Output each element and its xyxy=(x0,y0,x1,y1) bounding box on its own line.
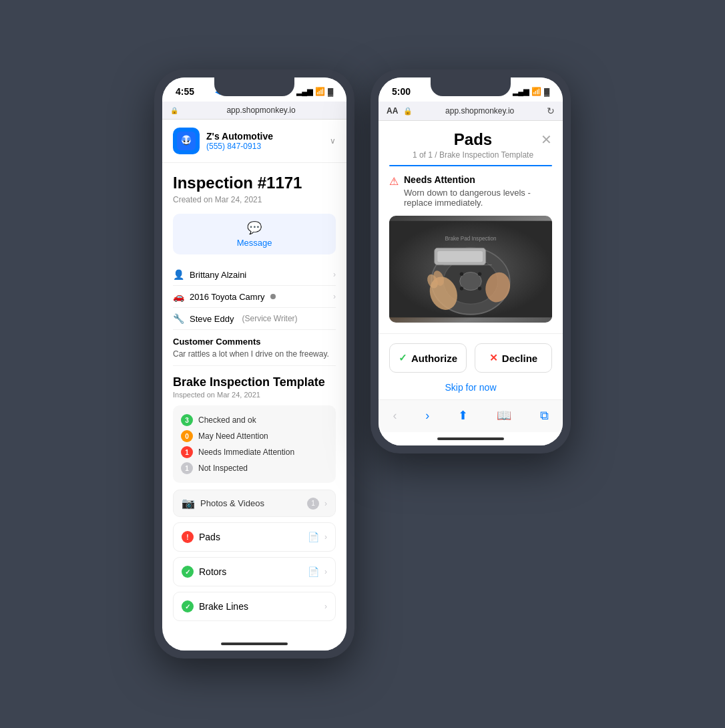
message-label: Message xyxy=(237,238,272,248)
svg-text:Brake Pad Inspection: Brake Pad Inspection xyxy=(445,236,496,242)
message-button[interactable]: 💬 Message xyxy=(173,214,336,254)
aa-label[interactable]: AA xyxy=(387,106,398,116)
nav-forward-button[interactable]: › xyxy=(420,406,435,425)
shop-phone[interactable]: (555) 847-0913 xyxy=(206,142,323,151)
wifi-icon: 📶 xyxy=(315,87,325,96)
badge-gray: 1 xyxy=(181,462,193,474)
pads-doc-icon: 📄 xyxy=(308,532,319,542)
right-browser-bar: AA 🔒 app.shopmonkey.io ↻ xyxy=(379,102,563,121)
rotors-chevron-icon[interactable]: › xyxy=(324,567,327,576)
legend-item-red: 1 Needs Immediate Attention xyxy=(181,444,328,460)
rotors-item[interactable]: ✓ Rotors 📄 › xyxy=(173,557,336,586)
action-buttons: ✓ Authorize ✕ Decline xyxy=(379,333,563,379)
writer-row: 🔧 Steve Eddy (Service Writer) xyxy=(173,308,336,330)
needs-attention-box: ⚠ Needs Attention Worn down to dangerous… xyxy=(379,166,563,216)
nav-tabs-button[interactable]: ⧉ xyxy=(535,406,554,425)
template-title: Brake Inspection Template xyxy=(173,375,336,389)
left-body: Inspection #1171 Created on Mar 24, 2021… xyxy=(162,163,346,637)
nav-bookmarks-button[interactable]: 📖 xyxy=(491,405,517,425)
svg-point-19 xyxy=(478,287,481,290)
bookmarks-icon: 📖 xyxy=(497,409,511,422)
shop-header[interactable]: Z's Automotive (555) 847-0913 ∨ xyxy=(162,120,346,163)
status-legend: 3 Checked and ok 0 May Need Attention 1 … xyxy=(173,405,336,483)
check-icon: ✓ xyxy=(399,352,407,364)
legend-item-orange: 0 May Need Attention xyxy=(181,428,328,444)
customer-row[interactable]: 👤 Brittany Alzaini › xyxy=(173,264,336,286)
writer-name: Steve Eddy xyxy=(190,314,234,324)
decline-label: Decline xyxy=(502,353,537,364)
status-icons: ▂▄▆ 📶 ▓ xyxy=(296,87,333,96)
pads-header: Pads 1 of 1 / Brake Inspection Template … xyxy=(379,121,563,160)
writer-role: (Service Writer) xyxy=(242,314,298,323)
authorize-button[interactable]: ✓ Authorize xyxy=(389,343,467,373)
left-home-bar xyxy=(221,643,288,645)
brake-lines-name: Brake Lines xyxy=(199,601,319,612)
left-home-indicator xyxy=(162,637,346,651)
vehicle-name: 2016 Toyota Camry xyxy=(190,292,265,302)
pads-breadcrumb: 1 of 1 / Brake Inspection Template xyxy=(405,150,541,160)
tabs-icon: ⧉ xyxy=(540,409,549,422)
svg-point-16 xyxy=(460,272,463,276)
legend-label-green: Checked and ok xyxy=(198,415,256,425)
badge-red: 1 xyxy=(181,446,193,458)
rotors-doc-icon: 📄 xyxy=(308,566,319,577)
svg-point-4 xyxy=(184,140,186,142)
left-url[interactable]: app.shopmonkey.io xyxy=(184,106,338,115)
car-icon: 🚗 xyxy=(173,291,184,302)
authorize-label: Authorize xyxy=(411,353,457,364)
nav-share-button[interactable]: ⬆ xyxy=(453,405,473,425)
legend-label-red: Needs Immediate Attention xyxy=(198,447,294,457)
inspection-date: Created on Mar 24, 2021 xyxy=(173,195,336,204)
vehicle-dot xyxy=(270,294,276,299)
pads-chevron-icon[interactable]: › xyxy=(324,532,327,542)
left-browser-bar: 🔒 app.shopmonkey.io xyxy=(162,102,346,120)
shop-info: Z's Automotive (555) 847-0913 xyxy=(206,131,323,151)
brake-lines-chevron-icon[interactable]: › xyxy=(324,602,327,611)
attention-icon: ⚠ xyxy=(389,175,399,188)
attention-content: Needs Attention Worn down to dangerous l… xyxy=(404,174,552,208)
decline-button[interactable]: ✕ Decline xyxy=(475,343,552,373)
vehicle-row[interactable]: 🚗 2016 Toyota Camry › xyxy=(173,286,336,308)
writer-icon: 🔧 xyxy=(173,313,184,324)
attention-text: Worn down to dangerous levels - replace … xyxy=(404,188,552,208)
rotors-name: Rotors xyxy=(199,566,302,577)
right-signal-icon: ▂▄▆ xyxy=(513,87,529,96)
shop-logo xyxy=(173,128,200,154)
inspection-title: Inspection #1171 xyxy=(173,174,336,192)
attention-title: Needs Attention xyxy=(404,174,552,185)
right-time: 5:00 xyxy=(392,86,411,97)
svg-point-3 xyxy=(187,137,191,141)
vehicle-chevron[interactable]: › xyxy=(333,292,336,301)
lock-icon: 🔒 xyxy=(170,107,178,114)
shop-chevron-icon[interactable]: ∨ xyxy=(330,136,336,146)
rotors-status-badge: ✓ xyxy=(182,566,194,578)
brake-lines-item[interactable]: ✓ Brake Lines › xyxy=(173,592,336,621)
right-status-icons: ▂▄▆ 📶 ▓ xyxy=(513,87,549,96)
right-url[interactable]: app.shopmonkey.io xyxy=(418,106,541,116)
svg-point-2 xyxy=(182,137,186,141)
brake-lines-status-badge: ✓ xyxy=(182,600,194,612)
comments-label: Customer Comments xyxy=(173,337,336,347)
brake-photo: Brake Pad Inspection xyxy=(389,216,552,323)
close-button[interactable]: ✕ xyxy=(541,132,552,148)
nav-back-button[interactable]: ‹ xyxy=(387,406,402,425)
customer-name: Brittany Alzaini xyxy=(190,270,246,280)
comments-text: Car rattles a lot when I drive on the fr… xyxy=(173,349,336,359)
legend-item-gray: 1 Not Inspected xyxy=(181,460,328,476)
right-battery-icon: ▓ xyxy=(544,87,549,96)
message-icon: 💬 xyxy=(247,220,262,235)
svg-point-5 xyxy=(187,140,189,142)
pads-name: Pads xyxy=(199,532,302,542)
pads-item[interactable]: ! Pads 📄 › xyxy=(173,522,336,552)
battery-icon: ▓ xyxy=(328,87,333,96)
legend-label-gray: Not Inspected xyxy=(198,464,248,473)
skip-link[interactable]: Skip for now xyxy=(379,379,563,399)
pads-status-badge: ! xyxy=(182,531,194,543)
right-phone: 5:00 ▂▄▆ 📶 ▓ AA 🔒 app.shopmonkey.io ↻ xyxy=(371,69,571,453)
photos-row[interactable]: 📷 Photos & Videos 1 › xyxy=(173,490,336,517)
photos-icon: 📷 xyxy=(182,497,195,510)
customer-chevron[interactable]: › xyxy=(333,270,336,279)
refresh-icon[interactable]: ↻ xyxy=(547,106,555,116)
svg-point-17 xyxy=(478,272,481,276)
share-icon: ⬆ xyxy=(458,409,468,422)
